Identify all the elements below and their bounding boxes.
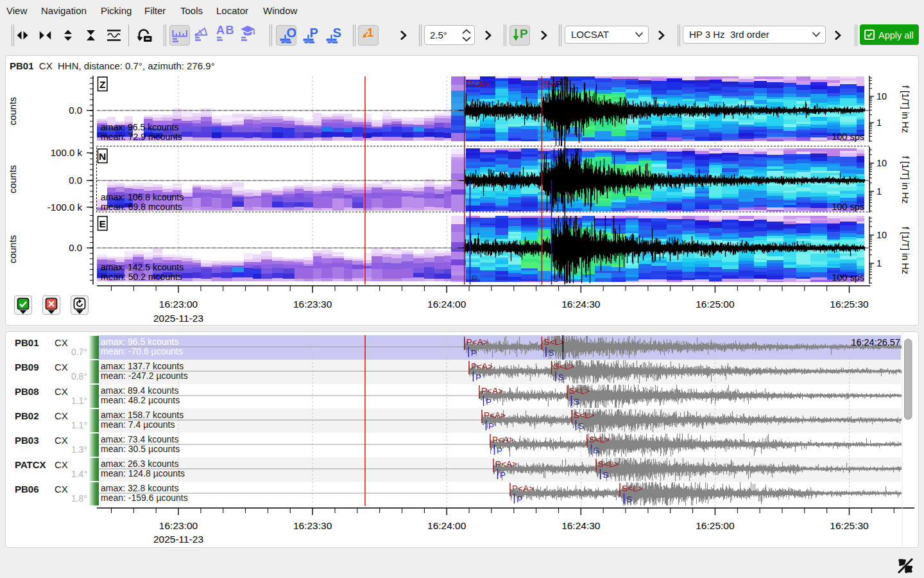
svg-text:S: S <box>558 372 564 382</box>
svg-text:16:24:30: 16:24:30 <box>561 299 601 310</box>
svg-text:16:23:30: 16:23:30 <box>293 299 332 310</box>
svg-text:1: 1 <box>367 27 373 39</box>
svg-text:amax: 96.5 kcounts: amax: 96.5 kcounts <box>101 122 178 132</box>
svg-text:P: P <box>475 372 481 382</box>
svg-text:S: S <box>626 495 632 504</box>
svg-text:mean: 50.2 mcounts: mean: 50.2 mcounts <box>101 272 182 282</box>
svg-text:P: P <box>488 421 494 431</box>
svg-text:S: S <box>548 348 554 358</box>
svg-text:S<L>: S<L> <box>574 410 594 420</box>
svg-text:16:25:00: 16:25:00 <box>696 520 735 531</box>
svg-text:S: S <box>578 421 584 431</box>
svg-text:16:23:00: 16:23:00 <box>159 299 198 310</box>
svg-text:P<A>: P<A> <box>495 459 517 469</box>
svg-text:mean: -70.6 µcounts: mean: -70.6 µcounts <box>101 346 183 356</box>
svg-text:100 sps: 100 sps <box>832 272 864 283</box>
svg-text:16:24:26.57: 16:24:26.57 <box>851 337 900 347</box>
svg-text:16:23:00: 16:23:00 <box>159 520 198 531</box>
svg-text:P<A>: P<A> <box>484 410 506 420</box>
svg-text:amax: 106.8 kcounts: amax: 106.8 kcounts <box>101 192 184 202</box>
svg-text:P<A>: P<A> <box>481 386 503 396</box>
svg-text:10: 10 <box>877 158 887 168</box>
svg-text:16:24:30: 16:24:30 <box>561 520 601 531</box>
svg-text:16:25:30: 16:25:30 <box>830 520 869 531</box>
svg-text:N: N <box>99 151 106 162</box>
svg-text:2025-11-23: 2025-11-23 <box>153 534 203 545</box>
svg-text:P: P <box>472 274 477 284</box>
svg-text:0.0: 0.0 <box>69 242 82 253</box>
svg-text:S: S <box>594 446 599 455</box>
svg-text:P<A>: P<A> <box>512 484 534 493</box>
svg-text:S<L>: S<L> <box>622 484 642 493</box>
svg-text:mean: 48.2 µcounts: mean: 48.2 µcounts <box>101 395 180 405</box>
svg-text:1: 1 <box>877 118 882 128</box>
svg-text:P: P <box>520 28 528 40</box>
svg-text:f [1/T] in Hz: f [1/T] in Hz <box>900 156 911 204</box>
svg-text:mean: 7.4 µcounts: mean: 7.4 µcounts <box>101 419 175 430</box>
svg-text:P<A>: P<A> <box>466 337 488 347</box>
svg-text:-100.0 k: -100.0 k <box>47 202 83 213</box>
svg-text:mean: 30.5 µcounts: mean: 30.5 µcounts <box>101 444 180 454</box>
svg-text:P: P <box>500 470 506 480</box>
svg-text:P: P <box>310 26 318 40</box>
svg-text:Z: Z <box>99 79 106 90</box>
svg-text:mean: -159.6 µcounts: mean: -159.6 µcounts <box>101 493 188 503</box>
svg-text:P: P <box>497 446 502 455</box>
svg-text:S<L>: S<L> <box>598 459 619 469</box>
svg-text:S: S <box>333 26 341 40</box>
svg-text:10: 10 <box>877 91 887 101</box>
svg-text:P: P <box>556 79 561 89</box>
svg-text:100 sps: 100 sps <box>832 202 864 212</box>
svg-text:mean: 72.9 mcounts: mean: 72.9 mcounts <box>101 132 182 142</box>
svg-text:S: S <box>574 397 579 407</box>
svg-text:f [1/T] in Hz: f [1/T] in Hz <box>900 227 911 274</box>
svg-text:100 sps: 100 sps <box>832 132 864 142</box>
svg-text:E: E <box>99 218 106 229</box>
svg-text:mean: -247.2 µcounts: mean: -247.2 µcounts <box>101 371 188 381</box>
svg-text:P<A>: P<A> <box>467 79 490 89</box>
svg-text:1: 1 <box>877 186 882 197</box>
svg-text:1: 1 <box>877 258 882 268</box>
svg-text:S<L>: S<L> <box>543 337 564 347</box>
svg-text:S: S <box>553 274 559 284</box>
svg-text:counts: counts <box>7 165 18 193</box>
svg-text:16:24:00: 16:24:00 <box>427 299 466 310</box>
svg-text:P: P <box>517 495 522 504</box>
svg-text:S<L>: S<L> <box>569 386 590 396</box>
svg-text:counts: counts <box>7 97 18 125</box>
svg-text:10: 10 <box>877 230 887 240</box>
svg-text:S<L>: S<L> <box>554 362 574 371</box>
svg-text:O: O <box>287 26 297 40</box>
svg-text:16:24:00: 16:24:00 <box>427 520 466 531</box>
svg-text:AB: AB <box>216 25 235 37</box>
svg-text:16:25:30: 16:25:30 <box>830 299 869 310</box>
svg-text:f [1/T] in Hz: f [1/T] in Hz <box>900 85 911 133</box>
svg-text:P: P <box>471 348 477 358</box>
svg-text:amax: 142.5 kcounts: amax: 142.5 kcounts <box>101 262 184 272</box>
svg-text:16:23:30: 16:23:30 <box>293 520 332 531</box>
svg-text:S: S <box>603 470 608 480</box>
svg-text:0.0: 0.0 <box>69 175 82 186</box>
svg-text:mean: 124.8 µcounts: mean: 124.8 µcounts <box>101 468 185 478</box>
svg-text:mean: 69.8 mcounts: mean: 69.8 mcounts <box>101 202 182 212</box>
svg-text:counts: counts <box>7 235 18 263</box>
svg-text:P<A>: P<A> <box>471 362 493 371</box>
svg-text:16:25:00: 16:25:00 <box>696 299 735 310</box>
svg-text:0.0: 0.0 <box>69 105 82 116</box>
svg-text:100.0 k: 100.0 k <box>51 147 83 158</box>
svg-text:S<L>: S<L> <box>589 435 610 444</box>
svg-text:2025-11-23: 2025-11-23 <box>153 313 203 324</box>
svg-text:P<A>: P<A> <box>492 435 514 444</box>
svg-text:P: P <box>486 397 492 407</box>
